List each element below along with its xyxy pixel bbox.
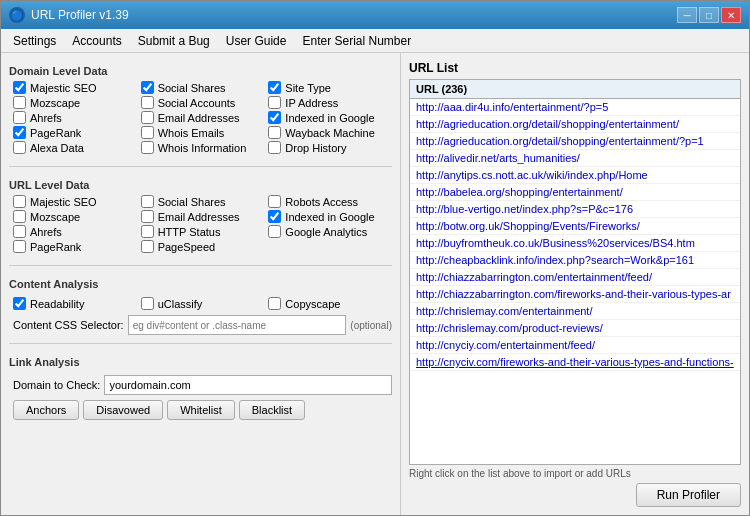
- url-item[interactable]: http://agrieducation.org/detail/shopping…: [410, 116, 740, 133]
- domain-row: Domain to Check:: [13, 375, 392, 395]
- uclassify-label: uClassify: [158, 298, 203, 310]
- menu-item-enter-serial-number[interactable]: Enter Serial Number: [294, 32, 419, 50]
- domain-wayback-machine-label: Wayback Machine: [285, 127, 374, 139]
- window-title: URL Profiler v1.39: [31, 8, 129, 22]
- url-item[interactable]: http://cnyciy.com/entertainment/feed/: [410, 337, 740, 354]
- url-level-section: URL Level Data Majestic SEO Social Share…: [9, 175, 392, 257]
- minimize-button[interactable]: ─: [677, 7, 697, 23]
- menu-item-accounts[interactable]: Accounts: [64, 32, 129, 50]
- run-profiler-button[interactable]: Run Profiler: [636, 483, 741, 507]
- url-google-analytics-label: Google Analytics: [285, 226, 367, 238]
- url-item[interactable]: http://anytips.cs.nott.ac.uk/wiki/index.…: [410, 167, 740, 184]
- domain-majestic-seo-label: Majestic SEO: [30, 82, 97, 94]
- disavowed-button[interactable]: Disavowed: [83, 400, 163, 420]
- url-mozscape-checkbox[interactable]: [13, 210, 26, 223]
- url-level-title: URL Level Data: [9, 179, 392, 191]
- url-item[interactable]: http://botw.org.uk/Shopping/Events/Firew…: [410, 218, 740, 235]
- uclassify-checkbox[interactable]: [141, 297, 154, 310]
- url-item[interactable]: http://babelea.org/shopping/entertainmen…: [410, 184, 740, 201]
- domain-indexed-google-label: Indexed in Google: [285, 112, 374, 124]
- whitelist-button[interactable]: Whitelist: [167, 400, 235, 420]
- content-analysis-checkboxes: Readability uClassify Copyscape: [13, 297, 392, 310]
- domain-whois-emails-checkbox[interactable]: [141, 126, 154, 139]
- domain-input[interactable]: [104, 375, 392, 395]
- menu-item-user-guide[interactable]: User Guide: [218, 32, 295, 50]
- domain-pagerank-label: PageRank: [30, 127, 81, 139]
- copyscape-label: Copyscape: [285, 298, 340, 310]
- domain-email-addresses-checkbox[interactable]: [141, 111, 154, 124]
- right-panel: URL List URL (236) http://aaa.dir4u.info…: [401, 53, 749, 515]
- maximize-button[interactable]: □: [699, 7, 719, 23]
- url-item[interactable]: http://chrislemay.com/product-reviews/: [410, 320, 740, 337]
- url-item[interactable]: http://buyfromtheuk.co.uk/Business%20ser…: [410, 235, 740, 252]
- url-pagerank-label: PageRank: [30, 241, 81, 253]
- domain-majestic-seo: Majestic SEO: [13, 81, 137, 94]
- menu-item-settings[interactable]: Settings: [5, 32, 64, 50]
- url-pagespeed-checkbox[interactable]: [141, 240, 154, 253]
- domain-level-grid: Majestic SEO Social Shares Site Type Moz…: [13, 81, 392, 154]
- url-pagespeed-label: PageSpeed: [158, 241, 216, 253]
- title-bar-left: 🔵 URL Profiler v1.39: [9, 7, 129, 23]
- uclassify-item: uClassify: [141, 297, 265, 310]
- domain-whois-info: Whois Information: [141, 141, 265, 154]
- url-social-shares-checkbox[interactable]: [141, 195, 154, 208]
- domain-whois-info-label: Whois Information: [158, 142, 247, 154]
- domain-ahrefs-label: Ahrefs: [30, 112, 62, 124]
- url-item[interactable]: http://chiazzabarrington.com/fireworks-a…: [410, 286, 740, 303]
- url-item[interactable]: http://aaa.dir4u.info/entertainment/?p=5: [410, 99, 740, 116]
- domain-mozscape-label: Mozscape: [30, 97, 80, 109]
- url-email-addresses: Email Addresses: [141, 210, 265, 223]
- content-analysis-title: Content Analysis: [9, 278, 392, 290]
- url-email-addresses-label: Email Addresses: [158, 211, 240, 223]
- domain-social-shares-checkbox[interactable]: [141, 81, 154, 94]
- url-item[interactable]: http://chiazzabarrington.com/entertainme…: [410, 269, 740, 286]
- domain-wayback-machine-checkbox[interactable]: [268, 126, 281, 139]
- url-social-shares: Social Shares: [141, 195, 265, 208]
- anchors-button[interactable]: Anchors: [13, 400, 79, 420]
- url-item[interactable]: http://alivedir.net/arts_humanities/: [410, 150, 740, 167]
- url-item[interactable]: http://cheapbacklink.info/index.php?sear…: [410, 252, 740, 269]
- url-indexed-google-checkbox[interactable]: [268, 210, 281, 223]
- domain-alexa-checkbox[interactable]: [13, 141, 26, 154]
- domain-indexed-google: Indexed in Google: [268, 111, 392, 124]
- domain-ip-address-checkbox[interactable]: [268, 96, 281, 109]
- url-majestic-seo-label: Majestic SEO: [30, 196, 97, 208]
- domain-drop-history-checkbox[interactable]: [268, 141, 281, 154]
- url-item[interactable]: http://cnyciv.com/fireworks-and-their-va…: [410, 354, 740, 371]
- url-ahrefs-checkbox[interactable]: [13, 225, 26, 238]
- url-pagerank-checkbox[interactable]: [13, 240, 26, 253]
- url-robots-access-checkbox[interactable]: [268, 195, 281, 208]
- url-google-analytics-checkbox[interactable]: [268, 225, 281, 238]
- close-button[interactable]: ✕: [721, 7, 741, 23]
- domain-alexa-label: Alexa Data: [30, 142, 84, 154]
- url-item[interactable]: http://chrislemay.com/entertainment/: [410, 303, 740, 320]
- menu-item-submit-a-bug[interactable]: Submit a Bug: [130, 32, 218, 50]
- url-majestic-seo-checkbox[interactable]: [13, 195, 26, 208]
- domain-mozscape: Mozscape: [13, 96, 137, 109]
- domain-whois-info-checkbox[interactable]: [141, 141, 154, 154]
- domain-site-type-checkbox[interactable]: [268, 81, 281, 94]
- url-ahrefs-label: Ahrefs: [30, 226, 62, 238]
- url-list-title: URL List: [409, 61, 741, 75]
- url-email-addresses-checkbox[interactable]: [141, 210, 154, 223]
- copyscape-checkbox[interactable]: [268, 297, 281, 310]
- domain-pagerank-checkbox[interactable]: [13, 126, 26, 139]
- domain-majestic-seo-checkbox[interactable]: [13, 81, 26, 94]
- url-item[interactable]: http://agrieducation.org/detail/shopping…: [410, 133, 740, 150]
- app-icon: 🔵: [9, 7, 25, 23]
- domain-social-accounts-checkbox[interactable]: [141, 96, 154, 109]
- css-selector-input[interactable]: [128, 315, 347, 335]
- domain-indexed-google-checkbox[interactable]: [268, 111, 281, 124]
- url-http-status-checkbox[interactable]: [141, 225, 154, 238]
- readability-checkbox[interactable]: [13, 297, 26, 310]
- domain-social-accounts-label: Social Accounts: [158, 97, 236, 109]
- link-analysis-buttons: Anchors Disavowed Whitelist Blacklist: [13, 400, 392, 420]
- blacklist-button[interactable]: Blacklist: [239, 400, 305, 420]
- domain-email-addresses: Email Addresses: [141, 111, 265, 124]
- domain-ahrefs-checkbox[interactable]: [13, 111, 26, 124]
- url-list-box[interactable]: URL (236) http://aaa.dir4u.info/entertai…: [409, 79, 741, 465]
- domain-ip-address: IP Address: [268, 96, 392, 109]
- domain-mozscape-checkbox[interactable]: [13, 96, 26, 109]
- domain-drop-history: Drop History: [268, 141, 392, 154]
- url-item[interactable]: http://blue-vertigo.net/index.php?s=P&c=…: [410, 201, 740, 218]
